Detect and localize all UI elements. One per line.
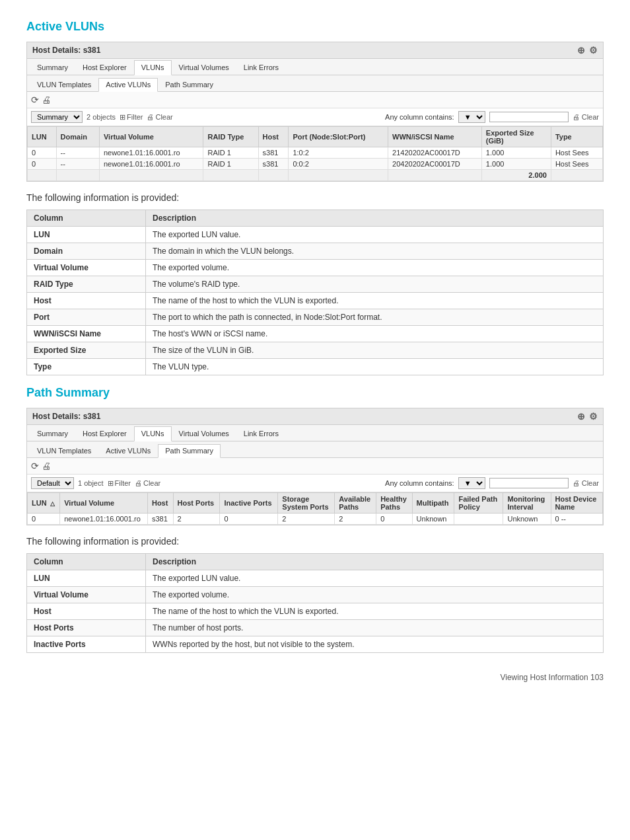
- clear-filter-label: Clear: [155, 113, 172, 121]
- sub-tab-vlun-templates[interactable]: VLUN Templates: [30, 444, 98, 457]
- page-footer: Viewing Host Information 103: [26, 673, 604, 682]
- desc-col-description: Description: [146, 554, 604, 570]
- desc-col-column: Column: [27, 554, 146, 570]
- any-col-select[interactable]: ▼: [458, 477, 485, 489]
- col-host-ports[interactable]: Host Ports: [173, 493, 220, 514]
- col-monitoring-interval[interactable]: MonitoringInterval: [503, 493, 551, 514]
- tab-vluns[interactable]: VLUNs: [134, 426, 172, 441]
- total-value: 2.000: [481, 170, 551, 181]
- sub-tab-vlun-templates[interactable]: VLUN Templates: [30, 78, 98, 91]
- tab-virtual-volumes[interactable]: Virtual Volumes: [172, 426, 236, 441]
- cell-host-ports: 2: [173, 514, 220, 525]
- view-select[interactable]: Default: [31, 477, 74, 489]
- col-host-device-name[interactable]: Host DeviceName: [551, 493, 603, 514]
- filter-bar: Default 1 object ⊞ Filter 🖨 Clear Any co…: [27, 475, 603, 492]
- filter-label: Filter: [127, 113, 143, 121]
- total-empty-7: [388, 170, 482, 181]
- tab-host-explorer[interactable]: Host Explorer: [75, 60, 134, 75]
- expand-icon[interactable]: ⊕: [577, 45, 585, 56]
- desc-col-name: Domain: [27, 243, 146, 260]
- desc-col-name: Exported Size: [27, 342, 146, 359]
- col-domain[interactable]: Domain: [56, 127, 99, 147]
- clear-filter-button[interactable]: 🖨 Clear: [135, 479, 160, 487]
- col-raid-type[interactable]: RAID Type: [203, 127, 258, 147]
- tab-link-errors[interactable]: Link Errors: [236, 60, 286, 75]
- col-exported-size[interactable]: Exported Size(GiB): [481, 127, 551, 147]
- desc-row-domain: Domain The domain in which the VLUN belo…: [27, 243, 604, 260]
- sub-tab-bar: VLUN Templates Active VLUNs Path Summary: [27, 441, 603, 458]
- desc-col-text: WWNs reported by the host, but not visib…: [146, 636, 604, 653]
- tab-link-errors[interactable]: Link Errors: [236, 426, 286, 441]
- sub-tab-active-vluns[interactable]: Active VLUNs: [98, 78, 158, 92]
- expand-icon[interactable]: ⊕: [577, 411, 585, 422]
- clear-search-button[interactable]: 🖨 Clear: [573, 479, 599, 487]
- cell-port: 1:0:2: [289, 147, 388, 159]
- col-storage-system-ports[interactable]: StorageSystem Ports: [278, 493, 335, 514]
- desc-row-virtual-volume: Virtual Volume The exported volume.: [27, 587, 604, 603]
- col-type[interactable]: Type: [551, 127, 602, 147]
- settings-icon[interactable]: ⚙: [589, 411, 598, 422]
- col-virtual-volume[interactable]: Virtual Volume: [60, 493, 148, 514]
- tab-host-explorer[interactable]: Host Explorer: [75, 426, 134, 441]
- cell-domain: --: [56, 159, 99, 170]
- tab-summary[interactable]: Summary: [30, 60, 75, 75]
- col-wwn[interactable]: WWN/iSCSI Name: [388, 127, 482, 147]
- settings-icon[interactable]: ⚙: [589, 45, 598, 56]
- active-vluns-panel: Host Details: s381 ⊕ ⚙ Summary Host Expl…: [26, 42, 604, 182]
- total-empty-3: [99, 170, 203, 181]
- desc-col-name: Virtual Volume: [27, 260, 146, 276]
- view-select[interactable]: Summary: [31, 111, 83, 123]
- print-icon[interactable]: 🖨: [42, 461, 51, 471]
- desc-row-lun: LUN The exported LUN value.: [27, 227, 604, 243]
- desc-col-column: Column: [27, 210, 146, 227]
- desc-col-text: The port to which the path is connected,…: [146, 309, 604, 326]
- col-host[interactable]: Host: [258, 127, 289, 147]
- any-col-select[interactable]: ▼: [458, 111, 485, 123]
- clear-filter-label: Clear: [143, 479, 160, 487]
- filter-label: Filter: [115, 479, 131, 487]
- objects-count: 2 objects: [87, 113, 116, 121]
- col-port[interactable]: Port (Node:Slot:Port): [289, 127, 388, 147]
- cell-raid-type: RAID 1: [203, 159, 258, 170]
- clear-filter-button[interactable]: 🖨 Clear: [147, 113, 172, 121]
- refresh-icon[interactable]: ⟳: [31, 95, 39, 105]
- cell-port: 0:0:2: [289, 159, 388, 170]
- sub-tab-active-vluns[interactable]: Active VLUNs: [98, 444, 158, 457]
- tab-summary[interactable]: Summary: [30, 426, 75, 441]
- desc-col-name: Inactive Ports: [27, 636, 146, 653]
- filter-button[interactable]: ⊞ Filter: [108, 479, 131, 488]
- print-icon[interactable]: 🖨: [42, 95, 51, 105]
- col-virtual-volume[interactable]: Virtual Volume: [99, 127, 203, 147]
- table-row: 0 -- newone1.01:16.0001.ro RAID 1 s381 0…: [28, 159, 603, 170]
- search-input[interactable]: [489, 478, 569, 488]
- col-inactive-ports[interactable]: Inactive Ports: [220, 493, 278, 514]
- col-failed-path-policy[interactable]: Failed PathPolicy: [454, 493, 503, 514]
- col-multipath[interactable]: Multipath: [412, 493, 454, 514]
- search-input[interactable]: [489, 112, 569, 122]
- col-lun[interactable]: LUN: [28, 127, 57, 147]
- refresh-icon[interactable]: ⟳: [31, 461, 39, 471]
- cell-inactive-ports: 0: [220, 514, 278, 525]
- description-table: Column Description LUN The exported LUN …: [26, 553, 604, 653]
- desc-col-description: Description: [146, 210, 604, 227]
- tab-vluns[interactable]: VLUNs: [134, 60, 172, 75]
- cell-storage-system-ports: 2: [278, 514, 335, 525]
- sub-tab-path-summary[interactable]: Path Summary: [158, 78, 221, 91]
- col-host[interactable]: Host: [147, 493, 173, 514]
- col-lun[interactable]: LUN △: [28, 493, 60, 514]
- active-vluns-description: The following information is provided: C…: [26, 192, 604, 375]
- desc-col-name: Type: [27, 359, 146, 375]
- filter-button[interactable]: ⊞ Filter: [120, 113, 143, 122]
- tab-virtual-volumes[interactable]: Virtual Volumes: [172, 60, 236, 75]
- col-healthy-paths[interactable]: HealthyPaths: [376, 493, 412, 514]
- cell-multipath: Unknown: [412, 514, 454, 525]
- desc-row-host-ports: Host Ports The number of host ports.: [27, 620, 604, 636]
- col-available-paths[interactable]: AvailablePaths: [335, 493, 376, 514]
- sub-tab-path-summary[interactable]: Path Summary: [158, 444, 221, 458]
- clear-search-button[interactable]: 🖨 Clear: [573, 113, 599, 121]
- desc-col-name: Port: [27, 309, 146, 326]
- panel-header-title: Host Details: s381: [32, 412, 100, 421]
- path-summary-panel: Host Details: s381 ⊕ ⚙ Summary Host Expl…: [26, 408, 604, 525]
- sub-tab-bar: VLUN Templates Active VLUNs Path Summary: [27, 75, 603, 92]
- cell-type: Host Sees: [551, 147, 602, 159]
